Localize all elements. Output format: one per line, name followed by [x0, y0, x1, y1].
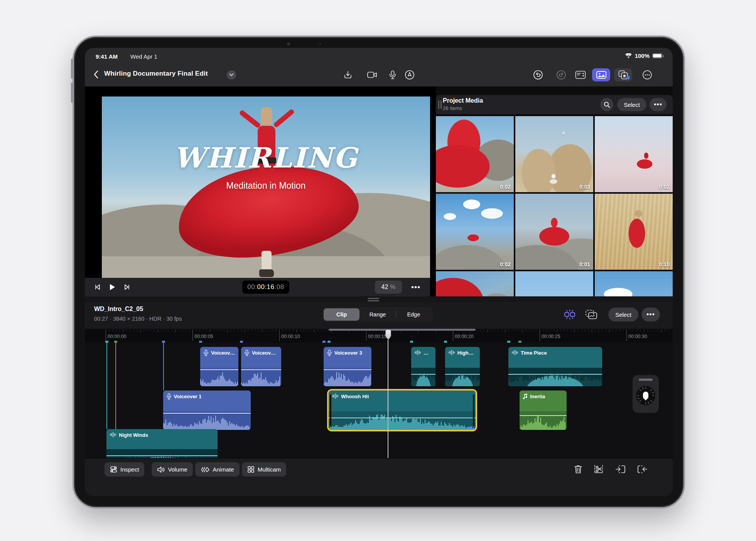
volume-line[interactable]	[324, 369, 371, 370]
toolbar-button-label: Animate	[213, 466, 234, 473]
undo-icon[interactable]	[531, 68, 545, 81]
wifi-icon	[625, 53, 632, 59]
pencil-tool-icon[interactable]	[403, 68, 417, 81]
titles-effects-button[interactable]	[614, 68, 632, 81]
panel-resize-grip[interactable]	[438, 100, 442, 109]
clip-label: Voiceover 1	[174, 393, 202, 399]
edit-mode-tab-clip[interactable]: Clip	[324, 308, 359, 321]
media-thumbnail[interactable]: 0:01	[515, 194, 593, 270]
ruler-tick	[477, 330, 478, 331]
timeline-clip-voiceover-3[interactable]: Voiceover 3	[324, 347, 371, 386]
volume-line[interactable]	[163, 413, 251, 414]
import-media-icon[interactable]	[341, 68, 355, 81]
ruler-tick	[328, 330, 328, 331]
redo-icon[interactable]	[554, 68, 568, 81]
media-duration: 0:02	[500, 184, 511, 190]
music-icon	[523, 393, 528, 399]
media-duration: 0:10	[659, 261, 670, 267]
overwrite-clip-icon[interactable]	[636, 463, 649, 475]
timeline-clip-high-[interactable]: High…	[445, 347, 480, 386]
trim-handle-left[interactable]	[330, 394, 331, 426]
media-select-button[interactable]: Select	[617, 98, 646, 111]
video-preview[interactable]: WHIRLING Meditation in Motion	[102, 96, 430, 278]
zoom-level-control[interactable]: 42%	[375, 281, 402, 294]
project-menu-chevron[interactable]	[227, 70, 236, 79]
jog-drag-handle[interactable]	[639, 379, 653, 381]
animate-button[interactable]: Animate	[195, 462, 240, 477]
edit-mode-tab-range[interactable]: Range	[359, 308, 395, 321]
jog-dial[interactable]	[635, 385, 656, 406]
ruler-tick	[269, 330, 269, 331]
split-clip-icon[interactable]	[592, 463, 605, 475]
media-browser-button[interactable]	[592, 68, 610, 81]
back-button[interactable]	[89, 67, 103, 82]
volume-line[interactable]	[508, 374, 602, 375]
inspect-button[interactable]: Inspect	[105, 462, 144, 477]
volume-button[interactable]: Volume	[152, 462, 193, 477]
timeline-clip-inertia[interactable]: Inertia	[520, 391, 567, 430]
volume-line[interactable]	[445, 374, 480, 375]
media-more-button[interactable]: •••	[650, 98, 667, 111]
inspect-icon	[110, 466, 117, 473]
volume-line[interactable]	[520, 415, 567, 416]
timeline-more-button[interactable]: •••	[641, 308, 660, 321]
magnetic-timeline-icon[interactable]	[563, 308, 577, 321]
timeline-select-button[interactable]: Select	[608, 308, 638, 321]
timeline-clip-voiceover-1[interactable]: Voiceover 1	[163, 391, 251, 430]
timeline-clip--[interactable]: …	[411, 347, 435, 386]
ruler-tick	[522, 330, 523, 332]
volume-line[interactable]	[106, 455, 218, 456]
ruler-tick	[557, 330, 557, 332]
search-button[interactable]	[600, 98, 613, 111]
skip-to-start-button[interactable]	[90, 280, 105, 294]
media-thumbnail[interactable]	[436, 271, 514, 296]
ruler-tick	[581, 330, 582, 331]
timecode-hours: 00:	[247, 283, 257, 291]
timecode-display[interactable]: 00:00:16:08	[242, 281, 289, 294]
timeline-clip-voiceover-2[interactable]: Voiceover 2	[241, 347, 281, 386]
ruler-tick	[120, 330, 120, 331]
media-thumbnail[interactable]	[515, 271, 593, 296]
volume-line[interactable]	[200, 369, 238, 370]
trim-handle-right[interactable]	[473, 394, 474, 426]
volume-line[interactable]	[241, 369, 281, 370]
timeline-clip-voiceover-2[interactable]: Voiceover 2	[200, 347, 238, 386]
edit-mode-tab-edge[interactable]: Edge	[396, 308, 432, 321]
record-voiceover-icon[interactable]	[386, 68, 400, 81]
ruler-tick	[161, 330, 162, 331]
media-thumbnail[interactable]: 0:02	[595, 116, 673, 192]
skip-to-end-button[interactable]	[120, 280, 134, 294]
media-thumbnail[interactable]: 0:10	[595, 194, 673, 270]
paste-overwrite-icon[interactable]	[584, 308, 598, 321]
volume-line[interactable]	[329, 418, 475, 418]
inspector-panel-icon[interactable]	[574, 68, 587, 81]
timeline-ruler[interactable]: 00:00:0000:00:0500:00:1000:00:1500:00:20…	[85, 329, 673, 343]
ruler-tick	[189, 330, 189, 331]
clip-label: Inertia	[530, 393, 545, 399]
timeline-clip-night-winds[interactable]: Night Winds	[106, 429, 218, 458]
jog-wheel-panel[interactable]	[633, 375, 659, 413]
ruler-tick	[283, 330, 283, 331]
ruler-tick	[578, 330, 578, 331]
media-thumbnail[interactable]: 0:02	[436, 194, 514, 270]
ruler-tick	[494, 330, 495, 331]
multicam-button[interactable]: Multicam	[242, 462, 286, 477]
record-video-icon[interactable]	[365, 68, 379, 81]
viewer-more-button[interactable]: •••	[407, 281, 424, 294]
project-title[interactable]: Whirling Documentary Final Edit	[104, 70, 208, 78]
transport-bar: 00:00:16:08 42% •••	[85, 278, 430, 296]
ruler-tick	[123, 330, 123, 332]
ruler-tick	[609, 330, 609, 332]
pane-divider-handle[interactable]	[368, 298, 379, 302]
volume-line[interactable]	[411, 374, 435, 375]
more-menu-icon[interactable]	[640, 68, 654, 81]
media-thumbnail[interactable]	[595, 271, 673, 296]
media-thumbnail[interactable]: 0:03	[515, 116, 593, 192]
timeline-clip-whoosh-hit[interactable]: Whoosh Hit	[329, 391, 475, 430]
play-button[interactable]	[105, 280, 120, 294]
bezel-mic	[319, 43, 321, 45]
media-thumbnail[interactable]: 0:02	[436, 116, 514, 192]
timeline-clip-time-piece[interactable]: Time Piece	[508, 347, 602, 386]
insert-clip-icon[interactable]	[614, 463, 627, 475]
delete-clip-icon[interactable]	[572, 463, 585, 475]
